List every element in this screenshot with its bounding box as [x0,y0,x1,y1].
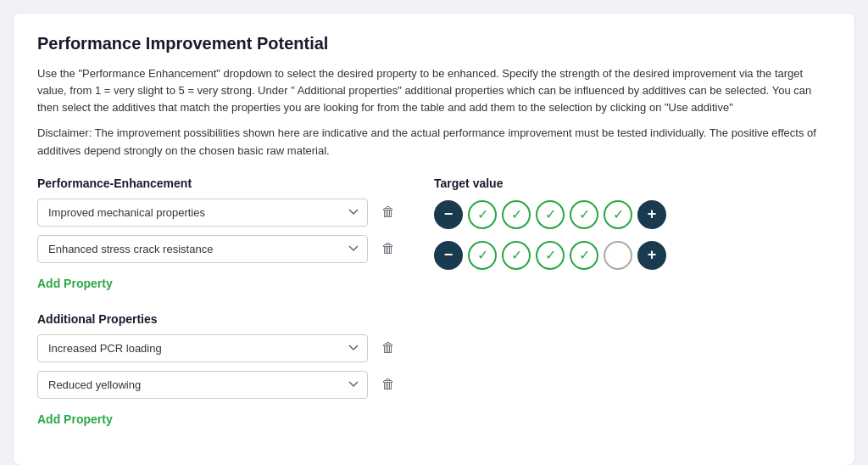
delete-button-1[interactable]: 🗑 [376,201,400,223]
additional-rows: Increased PCR loading 🗑 Reduced yellowin… [37,334,400,399]
delete-additional-button-1[interactable]: 🗑 [376,337,400,359]
main-layout: Performance-Enhancement Improved mechani… [37,176,831,445]
description-text: Use the "Performance Enhancement" dropdo… [37,65,831,116]
performance-enhancement-label: Performance-Enhancement [37,176,400,190]
add-property-button-1[interactable]: Add Property [37,273,113,294]
target-circles-row-2: − ✓ ✓ ✓ ✓ + [434,239,831,272]
minus-button-2[interactable]: − [434,241,463,270]
additional-select-2[interactable]: Reduced yellowing [37,371,368,399]
performance-row-2: Enhanced stress crack resistance 🗑 [37,235,400,263]
circle-1-1[interactable]: ✓ [468,200,497,229]
circle-1-5[interactable]: ✓ [604,200,632,229]
delete-button-2[interactable]: 🗑 [376,238,400,260]
plus-button-1[interactable]: + [637,200,666,229]
target-value-label: Target value [434,176,831,190]
circle-1-2[interactable]: ✓ [502,200,531,229]
delete-additional-button-2[interactable]: 🗑 [376,373,400,395]
circle-2-2[interactable]: ✓ [502,241,531,270]
additional-row-1: Increased PCR loading 🗑 [37,334,400,362]
additional-properties-label: Additional Properties [37,312,400,326]
plus-button-2[interactable]: + [637,241,666,270]
performance-rows: Improved mechanical properties 🗑 Enhance… [37,199,400,263]
trash-icon-1: 🗑 [381,204,395,220]
trash-icon-add-2: 🗑 [381,377,395,392]
additional-select-1[interactable]: Increased PCR loading [37,334,368,362]
trash-icon-2: 🗑 [381,241,395,256]
target-circles-row-1: − ✓ ✓ ✓ ✓ ✓ + [434,199,831,231]
circle-1-3[interactable]: ✓ [536,200,565,229]
trash-icon-add-1: 🗑 [381,340,395,356]
main-card: Performance Improvement Potential Use th… [14,14,854,465]
circle-2-3[interactable]: ✓ [536,241,565,270]
left-column: Performance-Enhancement Improved mechani… [37,176,400,445]
performance-row-1: Improved mechanical properties 🗑 [37,199,400,227]
additional-section: Additional Properties Increased PCR load… [37,312,400,445]
add-property-button-2[interactable]: Add Property [37,409,113,429]
right-column: Target value − ✓ ✓ ✓ ✓ ✓ + − ✓ ✓ ✓ ✓ + [434,176,831,280]
page-title: Performance Improvement Potential [37,34,831,53]
circle-2-5[interactable] [604,241,632,270]
minus-button-1[interactable]: − [434,200,463,229]
circle-2-4[interactable]: ✓ [570,241,598,270]
circle-2-1[interactable]: ✓ [468,241,497,270]
disclaimer-text: Disclaimer: The improvement possibilitie… [37,125,831,159]
performance-select-1[interactable]: Improved mechanical properties [37,199,368,227]
additional-row-2: Reduced yellowing 🗑 [37,371,400,399]
circle-1-4[interactable]: ✓ [570,200,598,229]
performance-select-2[interactable]: Enhanced stress crack resistance [37,235,368,263]
